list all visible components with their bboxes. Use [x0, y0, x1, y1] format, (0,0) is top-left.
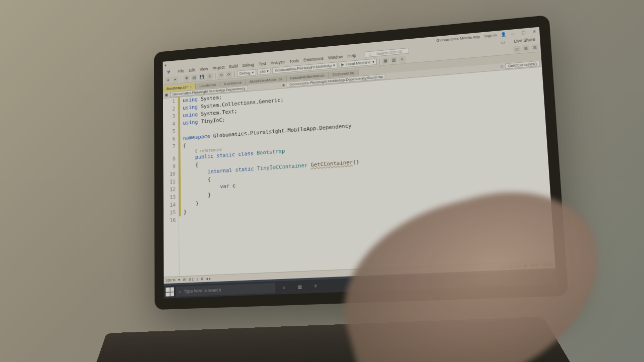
- menu-extensions[interactable]: Extensions: [301, 56, 326, 63]
- tb-right-1-icon[interactable]: ▭: [513, 45, 521, 53]
- close-tab-icon[interactable]: ×: [190, 84, 192, 89]
- undo-icon[interactable]: ⟲: [218, 72, 224, 79]
- menu-view[interactable]: View: [197, 66, 210, 72]
- start-button[interactable]: [166, 287, 174, 296]
- cortana-icon[interactable]: ○: [277, 282, 291, 293]
- save-icon[interactable]: 💾: [199, 73, 205, 80]
- tb-misc-3-icon[interactable]: ≡: [398, 56, 406, 63]
- search-icon: ⌕: [179, 289, 181, 294]
- platform-combo[interactable]: x86▾: [257, 68, 271, 75]
- menu-file[interactable]: File: [176, 68, 186, 74]
- tab-label: Bootstrap.cs*: [167, 85, 188, 91]
- tab-label: Locator.cs: [199, 82, 216, 88]
- sign-in-link[interactable]: Sign in: [484, 33, 497, 38]
- menu-debug[interactable]: Debug: [240, 62, 256, 68]
- scope-icon: ▣: [165, 93, 168, 97]
- menu-test[interactable]: Test: [256, 61, 268, 66]
- vs-taskbar-icon[interactable]: ⧩: [308, 281, 323, 292]
- user-icon[interactable]: 👤: [501, 32, 506, 37]
- nav-fwd-icon[interactable]: ▸: [172, 76, 179, 83]
- vs-logo-icon: ⧩: [165, 69, 173, 75]
- taskbar-search-placeholder: Type here to search: [184, 288, 221, 294]
- close-button[interactable]: ✕: [531, 29, 537, 34]
- menu-help[interactable]: Help: [345, 53, 359, 59]
- tab-label: Customer.cs: [333, 70, 354, 76]
- nav-count: 0: [201, 277, 203, 281]
- menu-edit[interactable]: Edit: [186, 67, 197, 73]
- menu-build[interactable]: Build: [227, 63, 240, 69]
- task-view-icon[interactable]: ▥: [293, 281, 307, 293]
- live-share-button[interactable]: Live Share: [511, 37, 538, 44]
- minimize-button[interactable]: —: [510, 31, 517, 36]
- tb-right-2-icon[interactable]: ⊞: [522, 45, 529, 52]
- issues-count: 0 1: [189, 277, 194, 282]
- menu-analyze[interactable]: Analyze: [268, 59, 287, 66]
- config-combo[interactable]: Debug▾: [237, 69, 256, 77]
- class-icon: ◆: [282, 83, 285, 87]
- taskbar-search-input[interactable]: ⌕ Type here to search: [176, 283, 275, 296]
- open-icon[interactable]: ▤: [191, 74, 198, 81]
- nav-issues-icon[interactable]: ↕: [197, 277, 199, 282]
- zoom-level[interactable]: 100 %: [166, 278, 176, 283]
- maximize-button[interactable]: ▢: [520, 30, 527, 35]
- line-number-gutter: 12345678910111213141516: [163, 98, 180, 277]
- new-project-icon[interactable]: ✚: [184, 75, 190, 82]
- tab-label: ILocator.cs: [224, 80, 242, 86]
- window-layout-icon[interactable]: ▭: [498, 39, 508, 45]
- issues-toggle[interactable]: ⊘: [183, 278, 186, 282]
- menu-window[interactable]: Window: [326, 54, 345, 60]
- member-icon: ◇: [500, 64, 504, 69]
- tb-misc-1-icon[interactable]: ▦: [382, 57, 389, 65]
- quick-launch-icon[interactable]: ▾: [165, 63, 167, 67]
- tb-misc-2-icon[interactable]: ▨: [390, 56, 397, 64]
- search-icon: ⌕: [367, 52, 374, 57]
- redo-icon[interactable]: ⟳: [225, 71, 232, 78]
- menu-tools[interactable]: Tools: [287, 58, 301, 64]
- nav-back-icon[interactable]: ◂: [165, 76, 171, 83]
- tb-right-3-icon[interactable]: ⊟: [531, 44, 539, 51]
- menu-project[interactable]: Project: [210, 65, 227, 71]
- save-all-icon[interactable]: ⎘: [206, 73, 213, 80]
